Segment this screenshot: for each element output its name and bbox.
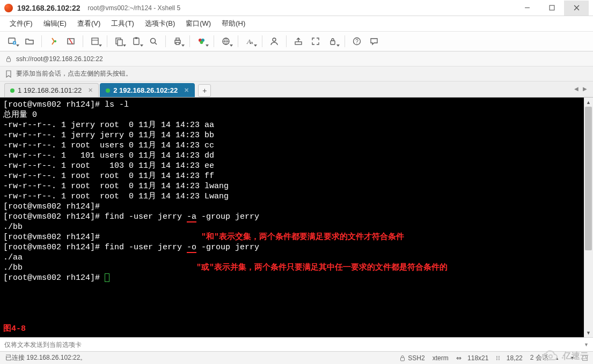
tab-prev-icon[interactable]: ◀ [573, 85, 580, 93]
app-logo-icon [4, 4, 13, 12]
status-dot-icon [106, 88, 110, 93]
status-protocol: SSH2 [399, 354, 424, 362]
svg-rect-20 [176, 38, 179, 40]
session-tab-strip: 1 192.168.26.101:22 ✕ 2 192.168.26.102:2… [0, 81, 593, 98]
reconnect-button[interactable] [46, 33, 62, 49]
session-tab-label: 1 192.168.26.101:22 [18, 86, 82, 94]
figure-label: 图4-8 [3, 324, 26, 333]
status-term-type: xterm [433, 354, 449, 362]
color-scheme-button[interactable] [194, 33, 210, 49]
scroll-down-icon[interactable]: ▼ [584, 328, 593, 337]
paste-button[interactable] [128, 33, 144, 49]
fullscreen-button[interactable] [308, 33, 324, 49]
menu-tab[interactable]: 选项卡(B) [141, 17, 179, 30]
properties-button[interactable] [87, 33, 103, 49]
status-dot-icon [10, 88, 14, 93]
svg-rect-30 [331, 41, 335, 44]
menu-bar: 文件(F) 编辑(E) 查看(V) 工具(T) 选项卡(B) 窗口(W) 帮助(… [0, 16, 593, 31]
close-button[interactable] [564, 1, 589, 16]
svg-rect-1 [550, 5, 554, 10]
svg-rect-21 [176, 42, 179, 44]
session-tab-2[interactable]: 2 192.168.26.102:22 ✕ [100, 83, 195, 97]
hint-bar: 要添加当前会话，点击左侧的箭头按钮。 [0, 66, 593, 81]
menu-file[interactable]: 文件(F) [5, 17, 37, 30]
or-operator: -o [187, 243, 196, 252]
menu-tools[interactable]: 工具(T) [107, 17, 138, 30]
send-input[interactable] [4, 341, 581, 348]
disconnect-button[interactable] [63, 33, 79, 49]
encoding-button[interactable] [218, 33, 234, 49]
toolbar-separator [262, 35, 262, 47]
menu-edit[interactable]: 编辑(E) [39, 17, 71, 30]
status-bar: 已连接 192.168.26.102:22。 SSH2 xterm ⇔ 118x… [0, 351, 593, 364]
bookmark-icon[interactable] [5, 70, 12, 78]
add-tab-button[interactable]: + [198, 84, 211, 97]
session-tab-label: 2 192.168.26.102:22 [113, 86, 178, 94]
session-tab-1[interactable]: 1 192.168.26.101:22 ✕ [4, 83, 99, 97]
svg-rect-34 [401, 358, 405, 361]
svg-rect-14 [118, 40, 122, 46]
minimize-button[interactable] [515, 1, 539, 16]
user-button[interactable] [266, 33, 282, 49]
tab-close-icon[interactable]: ✕ [88, 87, 93, 94]
window-subtitle: root@vms002:~/rh124 - Xshell 5 [88, 4, 181, 12]
svg-rect-29 [295, 42, 302, 44]
tab-next-icon[interactable]: ▶ [581, 85, 589, 93]
toolbar: Aa ? [0, 31, 593, 51]
svg-rect-15 [134, 38, 139, 44]
lock-icon [399, 355, 406, 361]
send-bar: ▼ [0, 337, 593, 351]
svg-line-18 [155, 43, 157, 45]
cursor-icon [105, 273, 109, 282]
address-text[interactable]: ssh://root@192.168.26.102:22 [16, 55, 588, 63]
send-dropdown-icon[interactable]: ▼ [584, 342, 589, 347]
lock-icon [5, 56, 12, 62]
svg-line-10 [69, 39, 72, 44]
svg-text:a: a [251, 40, 253, 45]
annotation-or: "或"表示并集，两个条件只要满足其中任一要求的文件都是符合条件的 [196, 263, 448, 272]
svg-point-8 [54, 40, 56, 42]
annotation-and: "和"表示交集，两个条件都要满足要求的文件才符合条件 [201, 233, 404, 242]
find-button[interactable] [145, 33, 162, 49]
scroll-thumb[interactable] [584, 107, 593, 328]
open-button[interactable] [21, 33, 38, 49]
toolbar-separator [345, 35, 345, 47]
print-button[interactable] [170, 33, 186, 49]
svg-point-17 [151, 39, 156, 43]
chat-button[interactable] [366, 33, 382, 49]
tab-close-icon[interactable]: ✕ [184, 87, 189, 94]
svg-text:?: ? [355, 39, 358, 44]
help-button[interactable]: ? [349, 33, 365, 49]
upload-button[interactable] [290, 33, 306, 49]
address-bar: ssh://root@192.168.26.102:22 [0, 51, 593, 66]
title-bar: 192.168.26.102:22 root@vms002:~/rh124 - … [0, 0, 593, 16]
svg-rect-33 [7, 58, 11, 62]
new-session-button[interactable] [4, 33, 20, 49]
toolbar-separator [107, 35, 107, 47]
hint-text: 要添加当前会话，点击左侧的箭头按钮。 [16, 69, 132, 78]
svg-point-24 [200, 41, 203, 44]
toolbar-separator [165, 35, 166, 47]
svg-rect-11 [92, 38, 98, 44]
status-connection: 已连接 192.168.26.102:22。 [5, 353, 86, 362]
copy-button[interactable] [111, 33, 127, 49]
scroll-up-icon[interactable]: ▲ [584, 98, 593, 107]
menu-view[interactable]: 查看(V) [73, 17, 105, 30]
status-term-size: ⇔ 118x21 [456, 354, 489, 362]
terminal[interactable]: [root@vms002 rh124]# ls -l 总用量 0 -rw-r--… [0, 98, 584, 337]
scrollbar[interactable]: ▲ ▼ [584, 98, 593, 337]
font-button[interactable]: Aa [242, 33, 258, 49]
toolbar-separator [286, 35, 287, 47]
svg-point-28 [273, 38, 276, 41]
status-cursor-pos: ⁝⁝ 18,22 [496, 354, 522, 362]
menu-window[interactable]: 窗口(W) [181, 17, 215, 30]
toolbar-separator [189, 35, 190, 47]
maximize-button[interactable] [539, 1, 564, 16]
lock-button[interactable] [325, 33, 341, 49]
toolbar-separator [238, 35, 238, 47]
and-operator: -a [187, 212, 196, 221]
window-title: 192.168.26.102:22 [17, 4, 80, 12]
toolbar-separator [41, 35, 42, 47]
svg-rect-16 [135, 38, 137, 39]
menu-help[interactable]: 帮助(H) [217, 17, 250, 30]
